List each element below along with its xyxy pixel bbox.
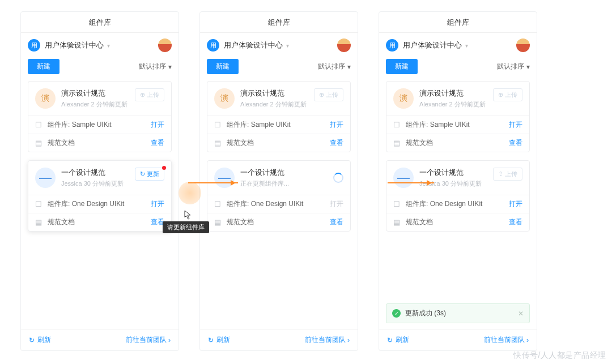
library-row: ☐ 组件库: One Design UIKit 打开 — [28, 195, 171, 213]
refresh-icon: ↻ — [208, 336, 214, 344]
doc-row: ▤ 规范文档 查看 — [386, 213, 529, 231]
team-selector[interactable]: 用 用户体验设计中心 ▾ — [21, 33, 178, 54]
package-icon: ☐ — [35, 121, 43, 129]
doc-row: ▤ 规范文档 查看 — [386, 134, 529, 152]
open-link[interactable]: 打开 — [509, 120, 522, 130]
new-button[interactable]: 新建 — [386, 59, 418, 74]
tooltip: 请更新组件库 — [163, 221, 209, 233]
team-badge: 用 — [386, 39, 398, 52]
notification-dot — [162, 166, 166, 170]
library-card: — 一个设计规范 Jessica 30 分钟前更新 ⇪ 上传 ☐ 组件库: On… — [386, 160, 530, 232]
card-icon: 演 — [393, 88, 414, 109]
package-icon: ☐ — [35, 200, 43, 208]
sort-dropdown[interactable]: 默认排序 ▾ — [318, 62, 351, 71]
library-card-active: — 一个设计规范 Jessica 30 分钟前更新 ↻ 更新 ☐ 组件库: On… — [28, 160, 172, 232]
open-link[interactable]: 打开 — [151, 199, 164, 209]
team-name: 用户体验设计中心 — [224, 40, 283, 50]
card-icon: 演 — [214, 88, 235, 109]
library-card-loading: — 一个设计规范 正在更新组件库... ☐ 组件库: One Design UI… — [207, 160, 351, 232]
upload-button[interactable]: ⊕ 上传 — [493, 88, 522, 101]
go-team-link[interactable]: 前往当前团队 › — [484, 335, 529, 345]
upload-icon: ⇪ — [498, 170, 503, 178]
view-link[interactable]: 查看 — [151, 138, 164, 148]
team-selector[interactable]: 用 用户体验设计中心 ▾ — [200, 33, 358, 54]
team-selector[interactable]: 用 用户体验设计中心 ▾ — [379, 33, 537, 54]
card-title: 演示设计规范 — [240, 88, 308, 99]
new-button[interactable]: 新建 — [207, 59, 239, 74]
check-circle-icon: ✓ — [392, 309, 401, 318]
refresh-icon: ↻ — [387, 336, 393, 344]
package-icon: ☐ — [393, 121, 401, 129]
watermark: 快传号/人人都是产品经理 — [513, 350, 606, 361]
upload-button[interactable]: ⊕ 上传 — [314, 88, 343, 101]
avatar[interactable] — [158, 38, 172, 52]
package-icon: ☐ — [214, 121, 222, 129]
card-title: 演示设计规范 — [419, 88, 487, 99]
view-link[interactable]: 查看 — [330, 138, 343, 148]
doc-row: ▤ 规范文档 查看 — [28, 213, 171, 231]
panel-title: 组件库 — [200, 12, 358, 33]
go-team-link[interactable]: 前往当前团队 › — [126, 335, 171, 345]
toast-text: 更新成功 (3s) — [405, 309, 446, 318]
library-row: ☐ 组件库: Sample UIKit 打开 — [207, 115, 350, 134]
go-team-link[interactable]: 前往当前团队 › — [305, 335, 350, 345]
panel-state-1: 组件库 用 用户体验设计中心 ▾ 新建 默认排序 ▾ 演 演示设计规范 Alex… — [20, 11, 179, 351]
package-icon: ☐ — [393, 200, 401, 208]
refresh-button[interactable]: ↻ 刷新 — [387, 335, 409, 345]
view-link[interactable]: 查看 — [509, 138, 522, 148]
refresh-icon: ↻ — [140, 170, 145, 178]
card-title: 一个设计规范 — [419, 168, 487, 178]
card-subtitle: 正在更新组件库... — [240, 179, 328, 188]
open-link-disabled: 打开 — [330, 199, 343, 209]
panel-state-3: 组件库 用 用户体验设计中心 ▾ 新建 默认排序 ▾ 演 演示设计规范 Alex… — [379, 11, 537, 351]
view-link[interactable]: 查看 — [330, 217, 343, 227]
doc-row: ▤ 规范文档 查看 — [207, 213, 350, 231]
new-button[interactable]: 新建 — [28, 59, 60, 74]
doc-row: ▤ 规范文档 查看 — [28, 134, 171, 152]
sort-dropdown[interactable]: 默认排序 ▾ — [139, 62, 172, 71]
card-subtitle: Alexander 2 分钟前更新 — [419, 100, 487, 109]
library-row: ☐ 组件库: Sample UIKit 打开 — [386, 115, 529, 134]
card-icon: — — [35, 168, 56, 188]
team-name: 用户体验设计中心 — [403, 40, 462, 50]
upload-button[interactable]: ⊕ 上传 — [135, 88, 164, 101]
avatar[interactable] — [516, 38, 530, 52]
panel-title: 组件库 — [21, 12, 178, 33]
card-subtitle: Jessica 30 分钟前更新 — [61, 179, 129, 188]
refresh-button[interactable]: ↻ 刷新 — [208, 335, 230, 345]
open-link[interactable]: 打开 — [151, 120, 164, 130]
cursor-icon — [184, 210, 193, 220]
open-link[interactable]: 打开 — [330, 120, 343, 130]
update-button[interactable]: ↻ 更新 — [135, 168, 164, 181]
document-icon: ▤ — [214, 218, 222, 226]
refresh-icon: ↻ — [29, 336, 35, 344]
chevron-down-icon: ▾ — [286, 42, 289, 49]
chevron-down-icon: ▾ — [526, 63, 530, 71]
chevron-right-icon: › — [347, 336, 350, 344]
chevron-down-icon: ▾ — [168, 63, 172, 71]
card-title: 一个设计规范 — [61, 168, 129, 178]
panel-state-2: 组件库 用 用户体验设计中心 ▾ 新建 默认排序 ▾ 演 演示设计规范 Alex… — [199, 11, 358, 351]
chevron-down-icon: ▾ — [465, 42, 468, 49]
library-row: ☐ 组件库: One Design UIKit 打开 — [386, 195, 529, 213]
library-card: 演 演示设计规范 Alexander 2 分钟前更新 ⊕ 上传 ☐ 组件库: S… — [28, 81, 172, 152]
view-link[interactable]: 查看 — [509, 217, 522, 227]
close-icon[interactable]: ✕ — [518, 310, 524, 318]
team-badge: 用 — [28, 39, 40, 52]
upload-button[interactable]: ⇪ 上传 — [493, 168, 522, 181]
sort-dropdown[interactable]: 默认排序 ▾ — [497, 62, 530, 71]
document-icon: ▤ — [393, 139, 401, 147]
avatar[interactable] — [337, 38, 351, 52]
card-title: 演示设计规范 — [61, 88, 129, 99]
refresh-button[interactable]: ↻ 刷新 — [29, 335, 51, 345]
click-ripple — [178, 182, 201, 204]
open-link[interactable]: 打开 — [509, 199, 522, 209]
plus-circle-icon: ⊕ — [498, 91, 503, 99]
plus-circle-icon: ⊕ — [140, 91, 145, 99]
team-name: 用户体验设计中心 — [45, 40, 104, 50]
success-toast: ✓ 更新成功 (3s) ✕ — [386, 303, 530, 323]
doc-row: ▤ 规范文档 查看 — [207, 134, 350, 152]
flow-arrow-icon — [388, 182, 434, 183]
card-title: 一个设计规范 — [240, 168, 328, 178]
card-subtitle: Alexander 2 分钟前更新 — [240, 100, 308, 109]
